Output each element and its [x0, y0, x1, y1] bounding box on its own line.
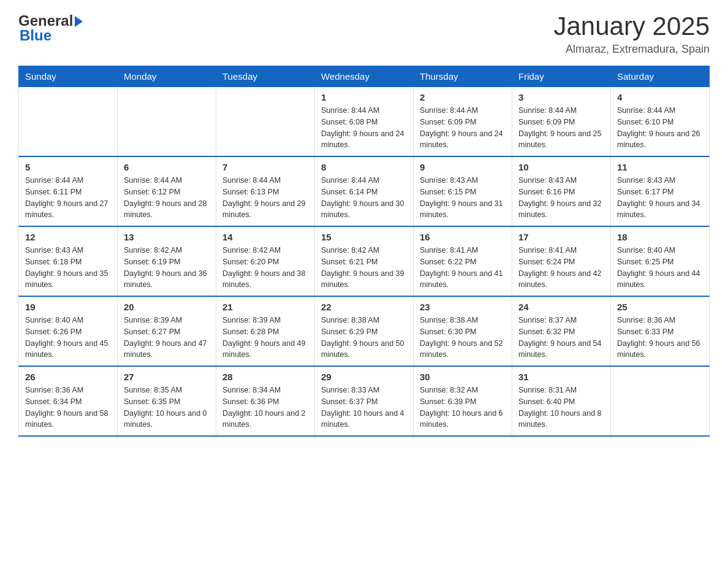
- day-number: 3: [518, 92, 604, 102]
- calendar-cell: [118, 87, 216, 157]
- col-saturday: Saturday: [611, 66, 710, 87]
- day-number: 20: [124, 302, 210, 312]
- day-info: Sunrise: 8:44 AMSunset: 6:10 PMDaylight:…: [617, 105, 703, 151]
- calendar-cell: 20Sunrise: 8:39 AMSunset: 6:27 PMDayligh…: [118, 296, 216, 366]
- day-info: Sunrise: 8:41 AMSunset: 6:22 PMDaylight:…: [420, 245, 506, 291]
- day-info: Sunrise: 8:34 AMSunset: 6:36 PMDaylight:…: [222, 385, 308, 431]
- day-info: Sunrise: 8:44 AMSunset: 6:13 PMDaylight:…: [222, 175, 308, 221]
- calendar-cell: 6Sunrise: 8:44 AMSunset: 6:12 PMDaylight…: [118, 156, 216, 226]
- day-number: 17: [518, 232, 604, 242]
- day-info: Sunrise: 8:39 AMSunset: 6:27 PMDaylight:…: [124, 315, 210, 361]
- calendar-cell: 8Sunrise: 8:44 AMSunset: 6:14 PMDaylight…: [315, 156, 414, 226]
- calendar-cell: 24Sunrise: 8:37 AMSunset: 6:32 PMDayligh…: [512, 296, 611, 366]
- calendar-cell: 22Sunrise: 8:38 AMSunset: 6:29 PMDayligh…: [315, 296, 414, 366]
- day-info: Sunrise: 8:44 AMSunset: 6:12 PMDaylight:…: [124, 175, 210, 221]
- calendar-cell: 9Sunrise: 8:43 AMSunset: 6:15 PMDaylight…: [414, 156, 512, 226]
- day-number: 9: [420, 162, 506, 172]
- day-info: Sunrise: 8:42 AMSunset: 6:21 PMDaylight:…: [321, 245, 407, 291]
- day-info: Sunrise: 8:43 AMSunset: 6:17 PMDaylight:…: [617, 175, 703, 221]
- day-number: 18: [617, 232, 703, 242]
- calendar-cell: 21Sunrise: 8:39 AMSunset: 6:28 PMDayligh…: [216, 296, 315, 366]
- col-sunday: Sunday: [19, 66, 118, 87]
- calendar-week-row: 26Sunrise: 8:36 AMSunset: 6:34 PMDayligh…: [19, 366, 710, 436]
- day-info: Sunrise: 8:44 AMSunset: 6:09 PMDaylight:…: [420, 105, 506, 151]
- calendar-cell: 1Sunrise: 8:44 AMSunset: 6:08 PMDaylight…: [315, 87, 414, 157]
- calendar-cell: 30Sunrise: 8:32 AMSunset: 6:39 PMDayligh…: [414, 366, 512, 436]
- col-tuesday: Tuesday: [216, 66, 315, 87]
- day-info: Sunrise: 8:32 AMSunset: 6:39 PMDaylight:…: [420, 385, 506, 431]
- calendar-cell: 5Sunrise: 8:44 AMSunset: 6:11 PMDaylight…: [19, 156, 118, 226]
- day-number: 5: [25, 162, 111, 172]
- calendar-cell: 10Sunrise: 8:43 AMSunset: 6:16 PMDayligh…: [512, 156, 611, 226]
- calendar-cell: 11Sunrise: 8:43 AMSunset: 6:17 PMDayligh…: [611, 156, 710, 226]
- day-info: Sunrise: 8:44 AMSunset: 6:11 PMDaylight:…: [25, 175, 111, 221]
- location-text: Almaraz, Extremadura, Spain: [553, 43, 710, 56]
- day-info: Sunrise: 8:44 AMSunset: 6:14 PMDaylight:…: [321, 175, 407, 221]
- day-number: 15: [321, 232, 407, 242]
- day-info: Sunrise: 8:40 AMSunset: 6:25 PMDaylight:…: [617, 245, 703, 291]
- title-block: January 2025 Almaraz, Extremadura, Spain: [553, 12, 710, 56]
- calendar-week-row: 5Sunrise: 8:44 AMSunset: 6:11 PMDaylight…: [19, 156, 710, 226]
- day-info: Sunrise: 8:33 AMSunset: 6:37 PMDaylight:…: [321, 385, 407, 431]
- day-number: 19: [25, 302, 111, 312]
- day-number: 14: [222, 232, 308, 242]
- day-number: 10: [518, 162, 604, 172]
- day-info: Sunrise: 8:31 AMSunset: 6:40 PMDaylight:…: [518, 385, 604, 431]
- calendar-cell: 27Sunrise: 8:35 AMSunset: 6:35 PMDayligh…: [118, 366, 216, 436]
- calendar-cell: 18Sunrise: 8:40 AMSunset: 6:25 PMDayligh…: [611, 226, 710, 296]
- calendar-cell: 13Sunrise: 8:42 AMSunset: 6:19 PMDayligh…: [118, 226, 216, 296]
- calendar-week-row: 1Sunrise: 8:44 AMSunset: 6:08 PMDaylight…: [19, 87, 710, 157]
- day-info: Sunrise: 8:36 AMSunset: 6:34 PMDaylight:…: [25, 385, 111, 431]
- calendar-cell: 28Sunrise: 8:34 AMSunset: 6:36 PMDayligh…: [216, 366, 315, 436]
- day-number: 6: [124, 162, 210, 172]
- month-title: January 2025: [553, 12, 710, 40]
- day-number: 25: [617, 302, 703, 312]
- calendar-cell: [611, 366, 710, 436]
- day-number: 27: [124, 372, 210, 382]
- day-number: 28: [222, 372, 308, 382]
- day-info: Sunrise: 8:43 AMSunset: 6:15 PMDaylight:…: [420, 175, 506, 221]
- calendar-cell: 3Sunrise: 8:44 AMSunset: 6:09 PMDaylight…: [512, 87, 611, 157]
- calendar-header-row: Sunday Monday Tuesday Wednesday Thursday…: [19, 66, 710, 87]
- day-number: 30: [420, 372, 506, 382]
- calendar-cell: 19Sunrise: 8:40 AMSunset: 6:26 PMDayligh…: [19, 296, 118, 366]
- day-number: 24: [518, 302, 604, 312]
- calendar-cell: 12Sunrise: 8:43 AMSunset: 6:18 PMDayligh…: [19, 226, 118, 296]
- calendar-cell: 14Sunrise: 8:42 AMSunset: 6:20 PMDayligh…: [216, 226, 315, 296]
- day-info: Sunrise: 8:38 AMSunset: 6:30 PMDaylight:…: [420, 315, 506, 361]
- day-number: 22: [321, 302, 407, 312]
- day-info: Sunrise: 8:42 AMSunset: 6:20 PMDaylight:…: [222, 245, 308, 291]
- logo-triangle-icon: [75, 16, 83, 27]
- day-info: Sunrise: 8:39 AMSunset: 6:28 PMDaylight:…: [222, 315, 308, 361]
- day-number: 23: [420, 302, 506, 312]
- calendar-cell: 7Sunrise: 8:44 AMSunset: 6:13 PMDaylight…: [216, 156, 315, 226]
- day-info: Sunrise: 8:35 AMSunset: 6:35 PMDaylight:…: [124, 385, 210, 431]
- day-number: 31: [518, 372, 604, 382]
- day-info: Sunrise: 8:38 AMSunset: 6:29 PMDaylight:…: [321, 315, 407, 361]
- day-info: Sunrise: 8:43 AMSunset: 6:16 PMDaylight:…: [518, 175, 604, 221]
- day-info: Sunrise: 8:43 AMSunset: 6:18 PMDaylight:…: [25, 245, 111, 291]
- day-info: Sunrise: 8:36 AMSunset: 6:33 PMDaylight:…: [617, 315, 703, 361]
- day-info: Sunrise: 8:44 AMSunset: 6:09 PMDaylight:…: [518, 105, 604, 151]
- calendar-cell: 31Sunrise: 8:31 AMSunset: 6:40 PMDayligh…: [512, 366, 611, 436]
- day-number: 11: [617, 162, 703, 172]
- day-number: 13: [124, 232, 210, 242]
- calendar-week-row: 19Sunrise: 8:40 AMSunset: 6:26 PMDayligh…: [19, 296, 710, 366]
- day-info: Sunrise: 8:40 AMSunset: 6:26 PMDaylight:…: [25, 315, 111, 361]
- page-header: General Blue January 2025 Almaraz, Extre…: [18, 12, 710, 56]
- col-thursday: Thursday: [414, 66, 512, 87]
- calendar-cell: 17Sunrise: 8:41 AMSunset: 6:24 PMDayligh…: [512, 226, 611, 296]
- calendar-cell: 26Sunrise: 8:36 AMSunset: 6:34 PMDayligh…: [19, 366, 118, 436]
- day-info: Sunrise: 8:44 AMSunset: 6:08 PMDaylight:…: [321, 105, 407, 151]
- day-number: 2: [420, 92, 506, 102]
- calendar-cell: 4Sunrise: 8:44 AMSunset: 6:10 PMDaylight…: [611, 87, 710, 157]
- day-info: Sunrise: 8:41 AMSunset: 6:24 PMDaylight:…: [518, 245, 604, 291]
- day-number: 16: [420, 232, 506, 242]
- day-number: 29: [321, 372, 407, 382]
- calendar-cell: 23Sunrise: 8:38 AMSunset: 6:30 PMDayligh…: [414, 296, 512, 366]
- calendar-cell: 15Sunrise: 8:42 AMSunset: 6:21 PMDayligh…: [315, 226, 414, 296]
- calendar-week-row: 12Sunrise: 8:43 AMSunset: 6:18 PMDayligh…: [19, 226, 710, 296]
- logo-blue-text: Blue: [20, 27, 51, 44]
- calendar-cell: 16Sunrise: 8:41 AMSunset: 6:22 PMDayligh…: [414, 226, 512, 296]
- col-friday: Friday: [512, 66, 611, 87]
